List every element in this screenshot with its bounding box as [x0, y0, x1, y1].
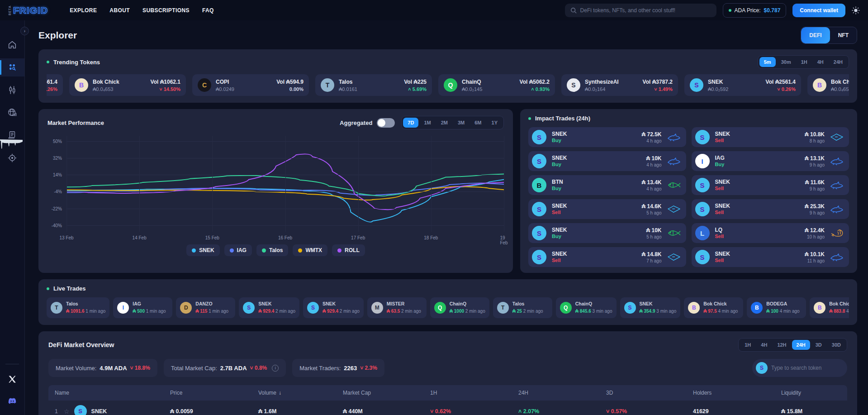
- trending-card[interactable]: BBok ChickVol ₳1062.1₳0.0₄653˅ 14.50%: [69, 74, 186, 96]
- info-icon[interactable]: i: [272, 365, 279, 372]
- live-trade-card[interactable]: DDANZO₳ 115 1 min ago: [176, 297, 235, 318]
- column-header-liquidity[interactable]: Liquidity: [781, 390, 841, 396]
- chart-range-3m[interactable]: 3M: [453, 118, 469, 128]
- trending-range-30m[interactable]: 30m: [777, 57, 796, 67]
- chart-range-1y[interactable]: 1Y: [487, 118, 502, 128]
- chart-range-6m[interactable]: 6M: [470, 118, 486, 128]
- token-avatar: B: [75, 78, 88, 92]
- impact-trade-row[interactable]: SSNEKSell₳ 14.8K7 h ago: [528, 247, 686, 267]
- impact-column: SSNEKBuy₳ 72.5K4 h agoSSNEKBuy₳ 10K4 h a…: [528, 127, 686, 267]
- legend-item-wmtx[interactable]: WMTX: [293, 244, 327, 256]
- trending-card[interactable]: SSynthesizeAIVol ₳3787.2₳0.0₂164˅ 1.49%: [561, 74, 678, 96]
- impact-trade-row[interactable]: SSNEKBuy₳ 72.5K4 h ago: [528, 127, 686, 147]
- sidebar-item-explore[interactable]: [0, 58, 24, 76]
- live-trade-card[interactable]: SSNEK₳ 929.4 2 min ago: [303, 297, 364, 318]
- impact-trade-row[interactable]: BBTNBuy₳ 13.4K4 h ago: [528, 175, 686, 195]
- overview-range-24h[interactable]: 24H: [792, 340, 810, 350]
- table-row[interactable]: 1☆SSNEK₳ 0.0059₳ 1.6M₳ 440M˅ 0.62%˄ 2.07…: [48, 401, 847, 415]
- live-trade-card[interactable]: BBok Chick₳ 883.8 4 min ago: [810, 297, 849, 318]
- token-search[interactable]: S: [752, 359, 847, 377]
- column-header-24h[interactable]: 24H: [518, 390, 606, 396]
- sidebar-item-x-twitter[interactable]: [0, 372, 24, 386]
- token-avatar: B: [813, 78, 826, 92]
- trending-range-5m[interactable]: 5m: [759, 57, 776, 67]
- nav-explore[interactable]: EXPLORE: [70, 7, 97, 14]
- impact-trade-row[interactable]: SSNEKSell₳ 25.3K9 h ago: [692, 199, 849, 219]
- trending-card[interactable]: SSNEKVol ₳2561.4₳0.0₂592˅ 0.26%: [47, 74, 63, 96]
- trade-amount: ₳ 929.4: [258, 309, 274, 314]
- column-header-market-cap[interactable]: Market Cap: [343, 390, 430, 396]
- aggregated-toggle[interactable]: [377, 118, 395, 128]
- impact-trade-row[interactable]: SSNEKBuy₳ 10K4 h ago: [528, 151, 686, 171]
- column-header-name[interactable]: Name: [55, 390, 170, 396]
- live-trade-card[interactable]: SSNEK₳ 929.4 2 min ago: [239, 297, 299, 318]
- live-trade-card[interactable]: IIAG₳ 500 1 min ago: [113, 297, 172, 318]
- trending-card[interactable]: SSNEKVol ₳2561.4₳0.0₂592˅ 0.26%: [684, 74, 801, 96]
- live-trade-card[interactable]: BBODEGA₳ 100 4 min ago: [747, 297, 806, 318]
- live-trade-card[interactable]: TTalos₳ 25 2 min ago: [493, 297, 552, 318]
- impact-trade-row[interactable]: SSNEKBuy₳ 10K5 h ago: [528, 223, 686, 243]
- trending-range-4h[interactable]: 4H: [813, 57, 828, 67]
- trending-card[interactable]: CCOPIVol ₳594.9₳0.02490.00%: [192, 74, 309, 96]
- impact-trade-row[interactable]: SSNEKSell₳ 14.6K5 h ago: [528, 199, 686, 219]
- favorite-star-icon[interactable]: ☆: [64, 408, 70, 415]
- overview-range-1h[interactable]: 1H: [740, 340, 755, 350]
- sidebar-item-trade[interactable]: [0, 81, 24, 99]
- sidebar-item-docs[interactable]: [0, 126, 24, 144]
- live-trade-card[interactable]: QChainQ₳ 845.6 3 min ago: [556, 297, 617, 318]
- nav-subscriptions[interactable]: SUBSCRIPTIONS: [142, 7, 190, 14]
- live-trade-card[interactable]: SSNEK₳ 354.9 3 min ago: [620, 297, 681, 318]
- global-search-input[interactable]: [580, 7, 711, 14]
- sidebar-expand-button[interactable]: ›: [20, 27, 29, 35]
- nav-faq[interactable]: FAQ: [202, 7, 214, 14]
- impact-trade-row[interactable]: SSNEKSell₳ 10.1K11 h ago: [692, 247, 849, 267]
- sidebar-item-discord[interactable]: [0, 394, 24, 408]
- overview-range-12h[interactable]: 12H: [773, 340, 791, 350]
- live-trade-card[interactable]: TTalos₳ 1091.6 1 min ago: [47, 297, 109, 318]
- connect-wallet-button[interactable]: Connect wallet: [792, 4, 845, 17]
- theme-toggle-sun-icon[interactable]: [852, 6, 860, 14]
- live-trade-card[interactable]: MMISTER₳ 63.5 2 min ago: [367, 297, 427, 318]
- legend-item-iag[interactable]: IAG: [224, 244, 252, 256]
- live-trade-card[interactable]: BBok Chick₳ 97.5 4 min ago: [684, 297, 743, 318]
- trade-time: 7 h ago: [641, 258, 661, 263]
- trade-token: SNEK: [552, 251, 637, 258]
- chart-range-2m[interactable]: 2M: [436, 118, 452, 128]
- trending-range-1h[interactable]: 1H: [797, 57, 812, 67]
- column-header-holders[interactable]: Holders: [693, 390, 781, 396]
- nav-about[interactable]: ABOUT: [109, 7, 130, 14]
- legend-item-talos[interactable]: Talos: [256, 244, 288, 256]
- overview-range-3d[interactable]: 3D: [811, 340, 826, 350]
- tab-defi[interactable]: DEFI: [801, 27, 830, 43]
- token-avatar: Q: [434, 302, 446, 314]
- sidebar-item-home[interactable]: [0, 36, 24, 54]
- trending-card[interactable]: BBok ChickVol ₳1062.1₳0.0₄653˅ 14.50%: [807, 74, 849, 96]
- trending-card[interactable]: QChainQVol ₳5062.2₳0.0₂145˄ 0.93%: [438, 74, 555, 96]
- token-search-input[interactable]: [771, 365, 844, 371]
- trade-amount: ₳ 10K: [646, 155, 661, 162]
- column-header-1h[interactable]: 1H: [430, 390, 518, 396]
- sidebar-item-target[interactable]: [0, 149, 24, 167]
- chart-range-7d[interactable]: 7D: [403, 118, 418, 128]
- logo[interactable]: BETA FRIGID: [8, 5, 48, 16]
- column-header-volume[interactable]: Volume↓: [258, 390, 343, 396]
- token-volume: Vol ₳2561.4: [47, 79, 57, 85]
- live-trade-card[interactable]: QChainQ₳ 1000 2 min ago: [430, 297, 489, 318]
- overview-range-4h[interactable]: 4H: [756, 340, 772, 350]
- impact-trade-row[interactable]: LLQSell₳ 12.4K10 h ago: [692, 223, 849, 243]
- column-header-price[interactable]: Price: [170, 390, 258, 396]
- legend-item-roll[interactable]: ROLL: [332, 244, 365, 256]
- global-search[interactable]: [565, 4, 716, 17]
- impact-trade-row[interactable]: SSNEKSell₳ 10.8K8 h ago: [692, 127, 849, 147]
- trending-card[interactable]: TTalosVol ₳225₳0.0161˄ 5.69%: [315, 74, 432, 96]
- chart-range-1m[interactable]: 1M: [419, 118, 435, 128]
- tab-nft[interactable]: NFT: [830, 27, 857, 43]
- column-header-3d[interactable]: 3D: [606, 390, 693, 396]
- impact-trade-row[interactable]: SSNEKSell₳ 11.6K9 h ago: [692, 175, 849, 195]
- impact-trade-row[interactable]: IIAGBuy₳ 13.1K9 h ago: [692, 151, 849, 171]
- trade-amount: ₳ 72.5K: [641, 131, 661, 138]
- overview-range-30d[interactable]: 30D: [827, 340, 845, 350]
- legend-item-snek[interactable]: SNEK: [186, 244, 219, 256]
- sidebar-item-markets[interactable]: [0, 104, 24, 122]
- trending-range-24h[interactable]: 24H: [829, 57, 847, 67]
